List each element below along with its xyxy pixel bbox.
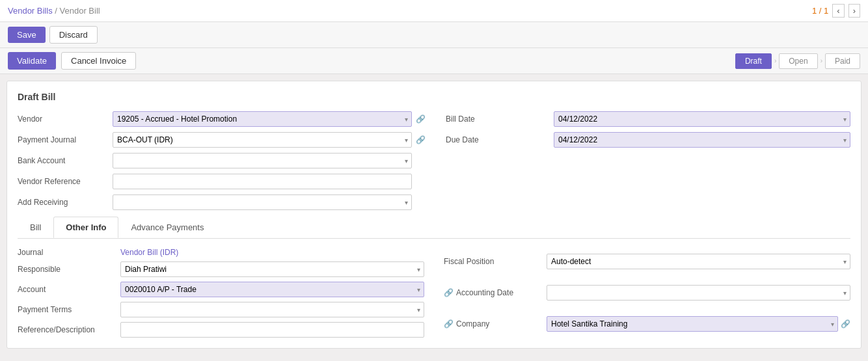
due-date-select-wrapper: 04/12/2022 — [554, 132, 850, 148]
status-bar: Validate Cancel Invoice Draft › Open › P… — [0, 48, 868, 74]
account-select-wrapper: 0020010 A/P - Trade — [120, 282, 424, 297]
bank-account-select-wrapper — [113, 153, 412, 168]
status-draft: Draft — [735, 53, 772, 69]
right-col: Fiscal Position Auto-detect 🔗 Accounting… — [444, 248, 850, 338]
discard-button[interactable]: Discard — [49, 26, 98, 44]
due-date-select[interactable]: 04/12/2022 — [554, 132, 850, 148]
top-bar: Vendor Bills / Vendor Bill 1 / 1 ‹ › — [0, 0, 868, 22]
left-col: Journal Vendor Bill (IDR) Responsible Di… — [18, 248, 424, 338]
accounting-date-ext-icon[interactable]: 🔗 — [444, 288, 454, 297]
pagination: 1 / 1 ‹ › — [812, 4, 860, 18]
bill-date-select[interactable]: 04/12/2022 — [554, 111, 850, 127]
company-label: Company — [456, 319, 489, 328]
vendor-select-wrapper: 19205 - Accrued - Hotel Promotion — [113, 111, 412, 127]
company-select-row: Hotel Santika Training 🔗 — [547, 316, 850, 332]
tab-advance-payments[interactable]: Advance Payments — [118, 217, 216, 238]
account-label: Account — [18, 285, 115, 294]
responsible-select-wrapper: Diah Pratiwi — [120, 261, 424, 277]
reference-description-label: Reference/Description — [18, 325, 115, 334]
add-receiving-select-wrapper — [113, 194, 412, 210]
fiscal-position-select[interactable]: Auto-detect — [547, 254, 850, 269]
reference-description-input[interactable] — [120, 322, 424, 338]
journal-value: Vendor Bill (IDR) — [120, 248, 424, 257]
payment-journal-label: Payment Journal — [18, 135, 109, 144]
add-receiving-label: Add Receiving — [18, 198, 109, 207]
bill-date-label: Bill Date — [446, 114, 550, 124]
status-open: Open — [779, 53, 817, 69]
responsible-select[interactable]: Diah Pratiwi — [120, 261, 424, 277]
tab-other-info[interactable]: Other Info — [53, 217, 118, 238]
breadcrumb-current: Vendor Bill — [60, 6, 100, 16]
account-select[interactable]: 0020010 A/P - Trade — [120, 282, 424, 297]
vendor-reference-label: Vendor Reference — [18, 177, 109, 186]
arrow-1: › — [774, 57, 776, 64]
validate-button[interactable]: Validate — [8, 52, 56, 70]
responsible-label: Responsible — [18, 265, 115, 274]
cancel-invoice-button[interactable]: Cancel Invoice — [61, 52, 136, 70]
vendor-label: Vendor — [18, 114, 109, 124]
company-field-label: 🔗 Company — [444, 319, 541, 328]
other-info-section: Journal Vendor Bill (IDR) Responsible Di… — [18, 248, 850, 338]
breadcrumb-parent[interactable]: Vendor Bills — [8, 6, 53, 16]
bill-date-select-wrapper: 04/12/2022 — [554, 111, 850, 127]
company-select-wrapper: Hotel Santika Training — [547, 316, 838, 332]
payment-terms-select-wrapper — [120, 302, 424, 317]
arrow-2: › — [821, 57, 822, 64]
bill-date-ext-icon[interactable]: 🔗 — [416, 114, 442, 124]
payment-journal-select-wrapper: BCA-OUT (IDR) — [113, 132, 412, 148]
next-button[interactable]: › — [848, 4, 860, 18]
action-toolbar: Save Discard — [0, 22, 868, 48]
breadcrumb-separator: / — [55, 6, 59, 16]
save-button[interactable]: Save — [8, 27, 46, 43]
vendor-reference-input[interactable] — [113, 174, 412, 189]
journal-label: Journal — [18, 248, 115, 257]
company-external-icon[interactable]: 🔗 — [841, 319, 850, 328]
accounting-date-label: Accounting Date — [456, 288, 513, 297]
add-receiving-select[interactable] — [113, 194, 412, 210]
payment-terms-select[interactable] — [120, 302, 424, 317]
accounting-date-select[interactable] — [547, 285, 850, 301]
vendor-select[interactable]: 19205 - Accrued - Hotel Promotion — [113, 111, 412, 127]
due-date-ext-icon[interactable]: 🔗 — [416, 135, 442, 144]
due-date-label: Due Date — [446, 135, 550, 144]
accounting-date-select-wrapper — [547, 285, 850, 301]
bank-account-label: Bank Account — [18, 156, 109, 165]
bank-account-select[interactable] — [113, 153, 412, 168]
payment-journal-select[interactable]: BCA-OUT (IDR) — [113, 132, 412, 148]
main-content: Draft Bill Vendor 19205 - Accrued - Hote… — [7, 81, 861, 349]
tabs: Bill Other Info Advance Payments — [18, 217, 850, 239]
prev-button[interactable]: ‹ — [832, 4, 844, 18]
breadcrumb: Vendor Bills / Vendor Bill — [8, 6, 100, 16]
section-title: Draft Bill — [18, 92, 850, 102]
company-ext-icon[interactable]: 🔗 — [444, 319, 454, 328]
status-paid: Paid — [825, 53, 860, 69]
fiscal-position-label: Fiscal Position — [444, 257, 541, 266]
payment-terms-label: Payment Terms — [18, 305, 115, 314]
status-steps: Draft › Open › Paid — [735, 53, 860, 69]
tab-bill[interactable]: Bill — [18, 217, 53, 238]
fiscal-position-select-wrapper: Auto-detect — [547, 254, 850, 269]
accounting-date-field-label: 🔗 Accounting Date — [444, 288, 541, 297]
pagination-label: 1 / 1 — [812, 6, 828, 16]
company-select[interactable]: Hotel Santika Training — [547, 316, 838, 332]
